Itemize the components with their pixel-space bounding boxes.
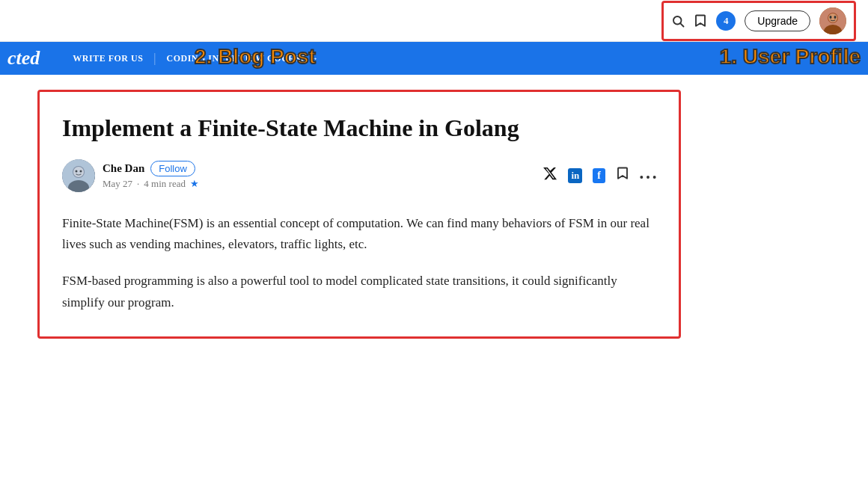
read-time: 4 min read xyxy=(144,178,186,190)
facebook-share-icon[interactable]: f xyxy=(593,168,605,183)
svg-point-16 xyxy=(653,176,656,179)
notification-badge[interactable]: 4 xyxy=(716,11,736,31)
top-bar: 4 Upgrade xyxy=(0,0,868,42)
follow-button[interactable]: Follow xyxy=(150,161,195,176)
nav-link-write-for-us[interactable]: WRITE FOR US xyxy=(62,53,153,64)
upgrade-button[interactable]: Upgrade xyxy=(745,10,810,31)
author-avatar[interactable] xyxy=(62,159,95,192)
post-meta: Che Dan Follow May 27 · 4 min read ★ xyxy=(62,159,656,192)
svg-point-13 xyxy=(80,170,82,172)
search-button[interactable] xyxy=(671,14,685,28)
nav-link-coding-course[interactable]: CODING INTERVIEW COURSE → xyxy=(156,53,330,64)
nav-bar: cted WRITE FOR US | CODING INTERVIEW COU… xyxy=(0,42,868,75)
post-paragraph-2: FSM-based programming is also a powerful… xyxy=(62,271,656,314)
nav-links: WRITE FOR US | CODING INTERVIEW COURSE → xyxy=(55,52,329,65)
svg-point-6 xyxy=(830,16,832,19)
user-avatar[interactable] xyxy=(819,7,846,34)
author-avatar-image xyxy=(62,159,95,192)
bookmark-post-button[interactable] xyxy=(616,166,629,185)
author-name-row: Che Dan Follow xyxy=(103,161,199,176)
post-body: Finite-State Machine(FSM) is an essentia… xyxy=(62,213,656,315)
star-icon: ★ xyxy=(190,178,199,190)
svg-point-11 xyxy=(73,167,84,177)
author-section: Che Dan Follow May 27 · 4 min read ★ xyxy=(62,159,199,192)
avatar-image xyxy=(819,7,846,34)
post-date-read: May 27 · 4 min read ★ xyxy=(103,178,199,190)
post-paragraph-1: Finite-State Machine(FSM) is an essentia… xyxy=(62,213,656,256)
date-separator: · xyxy=(137,178,139,190)
author-info: Che Dan Follow May 27 · 4 min read ★ xyxy=(103,161,199,190)
top-bar-actions: 4 Upgrade xyxy=(661,1,856,41)
svg-point-15 xyxy=(647,176,650,179)
share-actions: in f xyxy=(542,166,656,185)
more-options-button[interactable] xyxy=(640,167,656,183)
linkedin-share-icon[interactable]: in xyxy=(568,168,582,183)
bookmark-header-button[interactable] xyxy=(694,13,707,28)
svg-point-12 xyxy=(76,170,78,172)
twitter-share-icon[interactable] xyxy=(542,166,557,185)
post-title: Implement a Finite-State Machine in Gola… xyxy=(62,113,656,144)
site-logo: cted xyxy=(0,47,55,70)
post-date: May 27 xyxy=(103,178,132,190)
svg-point-7 xyxy=(834,16,837,19)
nav-annotation-container: cted WRITE FOR US | CODING INTERVIEW COU… xyxy=(0,42,868,75)
content-area: Implement a Finite-State Machine in Gola… xyxy=(0,75,868,354)
author-name[interactable]: Che Dan xyxy=(103,162,144,175)
svg-line-1 xyxy=(681,23,684,26)
svg-point-14 xyxy=(640,176,643,179)
blog-post-card: Implement a Finite-State Machine in Gola… xyxy=(37,90,681,339)
